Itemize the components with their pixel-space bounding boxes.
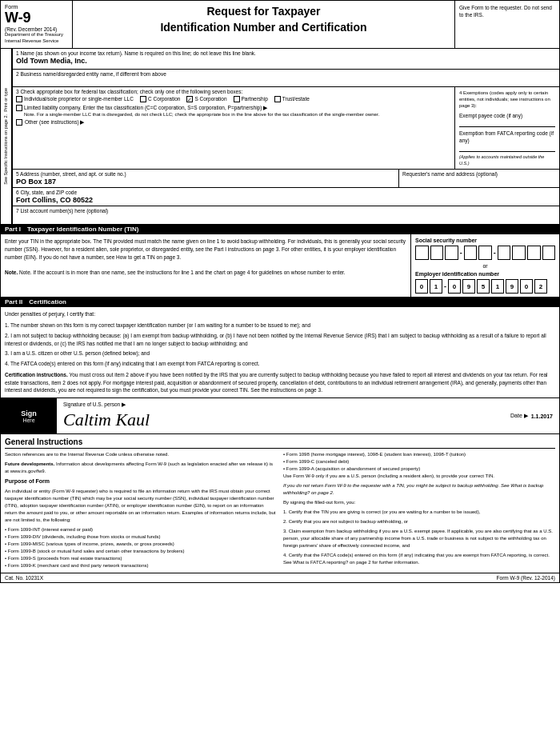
llc-checkbox-item[interactable]: Limited liability company. Enter the tax…	[16, 105, 451, 111]
part2-content: Under penalties of perjury, I certify th…	[1, 307, 559, 397]
by-signing-item-2: 2. Certify that you are not subject to b…	[283, 518, 555, 525]
ssn-box-7[interactable]	[512, 246, 526, 260]
line7-field: 7 List account number(s) here (optional)	[13, 206, 559, 224]
llc-checkbox[interactable]	[16, 105, 22, 111]
line2-label: 2 Business name/disregarded entity name,…	[16, 71, 556, 77]
ein-dash: -	[444, 282, 446, 290]
part1-description: Enter your TIN in the appropriate box. T…	[1, 234, 411, 297]
line1-label: 1 Name (as shown on your income tax retu…	[16, 50, 556, 56]
ein-box-8[interactable]: 0	[520, 279, 533, 294]
fatca-label: Exemption from FATCA reporting code (if …	[459, 130, 555, 144]
other-checkbox[interactable]	[16, 119, 22, 126]
ein-box-5[interactable]: 5	[477, 279, 490, 294]
perjury-intro: Under penalties of perjury, I certify th…	[5, 310, 555, 318]
general-columns: Section references are to the Internal R…	[5, 451, 555, 569]
c-corp-checkbox[interactable]	[140, 96, 146, 102]
ein-box-7[interactable]: 9	[506, 279, 518, 294]
llc-row: Limited liability company. Enter the tax…	[16, 104, 451, 118]
dept1: Department of the Treasury	[5, 32, 68, 38]
ssn-dash-2: -	[494, 249, 496, 257]
checkbox-individual[interactable]: Individual/sole proprietor or single-mem…	[16, 96, 134, 102]
form-list-item: Form 1099-C (canceled debt)	[283, 458, 555, 465]
form-list-right: Form 1098 (home mortgage interest), 1098…	[283, 451, 555, 473]
line6-value[interactable]: Fort Collins, CO 80522	[16, 196, 556, 204]
checkbox-trust[interactable]: Trust/estate	[274, 96, 310, 102]
line1-field: 1 Name (as shown on your income tax retu…	[13, 49, 559, 70]
cat-no: Cat. No. 10231X	[5, 575, 43, 581]
fatca-note: (Applies to accounts maintained outside …	[459, 154, 555, 166]
cert-item-4: 4. The FATCA code(s) entered on this for…	[5, 360, 555, 368]
exemptions-box: 4 Exemptions (codes apply only to certai…	[455, 87, 559, 170]
form-label: Form	[5, 4, 68, 10]
form-list-item: Form 1099-INT (interest earned or paid)	[5, 526, 277, 533]
ssn-box-8[interactable]	[527, 246, 541, 260]
individual-checkbox[interactable]	[16, 96, 22, 102]
line1-value[interactable]: Old Town Media, Inc.	[16, 57, 556, 65]
checkbox-partnership[interactable]: Partnership	[234, 96, 268, 102]
ssn-box-3[interactable]	[445, 246, 458, 260]
trust-checkbox[interactable]	[274, 96, 281, 102]
date-value[interactable]: 1.1.2017	[531, 413, 553, 419]
part2-label: Part II	[5, 298, 22, 306]
ssn-box-5[interactable]	[478, 246, 492, 260]
part1-desc-text: Enter your TIN in the appropriate box. T…	[5, 238, 406, 261]
cert-instructions-label: Certification instructions.	[5, 372, 68, 377]
ein-box-2[interactable]: 1	[430, 279, 442, 294]
line4-label: 4 Exemptions (codes apply only to certai…	[459, 90, 555, 110]
exempt-payee-label: Exempt payee code (if any)	[459, 112, 555, 119]
ssn-box-6[interactable]	[498, 246, 511, 260]
ein-box-3[interactable]: 0	[448, 279, 461, 294]
signature-label: Signature of U.S. person ▶	[63, 401, 502, 408]
form-list-left: Form 1099-INT (interest earned or paid) …	[5, 526, 277, 569]
part1-note-text: Note. Note. If the account is in more th…	[5, 269, 406, 277]
checkbox-row: Individual/sole proprietor or single-mem…	[16, 96, 451, 102]
by-signing-text: By signing the filled-out form, you:	[283, 499, 555, 506]
fatca-field[interactable]	[459, 144, 555, 152]
ssn-boxes[interactable]: - -	[415, 246, 555, 260]
llc-label: Limited liability company. Enter the tax…	[24, 105, 267, 111]
form-list-item: Form 1099-A (acquisition or abandonment …	[283, 465, 555, 473]
s-corp-label: S Corporation	[194, 96, 226, 102]
gen-col-right: Form 1098 (home mortgage interest), 1098…	[283, 451, 555, 569]
signature-value[interactable]: Caltim Kaul	[63, 409, 502, 430]
line7-label: 7 List account number(s) here (optional)	[16, 208, 556, 214]
ein-box-6[interactable]: 1	[491, 279, 504, 294]
checkbox-s-corp[interactable]: S Corporation	[186, 96, 226, 102]
ein-box-4[interactable]: 9	[462, 279, 475, 294]
ein-box-9[interactable]: 2	[534, 279, 547, 294]
form-id-section: Form W-9 (Rev. December 2014) Department…	[1, 1, 73, 48]
exempt-payee-field[interactable]	[459, 119, 555, 127]
ein-boxes[interactable]: 0 1 - 0 9 5 1 9 0 2	[415, 279, 555, 294]
partnership-checkbox[interactable]	[234, 96, 240, 102]
line3-label: 3 Check appropriate box for federal tax …	[16, 89, 451, 94]
date-label: Date ▶	[510, 413, 528, 419]
date-area: Date ▶ 1.1.2017	[510, 413, 553, 419]
cert-item-3: 3. I am a U.S. citizen or other U.S. per…	[5, 350, 555, 358]
title-line2: Identification Number and Certification	[78, 20, 450, 36]
gen-intro: Section references are to the Internal R…	[5, 451, 277, 458]
ssn-box-1[interactable]	[415, 246, 429, 260]
form-list-item: Form 1099-MISC (various types of income,…	[5, 541, 277, 548]
ein-box-1[interactable]: 0	[415, 279, 428, 294]
see-instructions-label: See Specific Instructions on page 2.	[3, 114, 9, 185]
form-header: Form W-9 (Rev. December 2014) Department…	[1, 1, 559, 49]
by-signing-item-4: 4. Certify that the FATCA code(s) entere…	[283, 552, 555, 566]
line5-value[interactable]: PO Box 187	[16, 178, 395, 186]
ssn-box-2[interactable]	[430, 246, 444, 260]
trust-label: Trust/estate	[282, 96, 310, 102]
form-name: W-9	[5, 10, 68, 26]
ssn-box-9[interactable]	[542, 246, 556, 260]
llc-note: Note. For a single-member LLC that is di…	[16, 112, 451, 117]
give-form-notice: Give Form to the requester. Do not send …	[455, 1, 559, 48]
part2-header: Part II Certification	[1, 297, 559, 307]
cert-instructions-text: You must cross out item 2 above if you h…	[5, 372, 548, 393]
form-list-item: Form 1099-B (stock or mutual fund sales …	[5, 548, 277, 555]
use-w9-text: Use Form W-9 only if you are a U.S. pers…	[283, 473, 555, 480]
line3-exemptions-row: 3 Check appropriate box for federal tax …	[13, 87, 559, 170]
checkbox-c-corp[interactable]: C Corporation	[140, 96, 180, 102]
address-row: 5 Address (number, street, and apt. or s…	[13, 170, 559, 188]
s-corp-checkbox[interactable]	[186, 96, 193, 102]
sign-label: Sign	[21, 409, 37, 417]
part2-title: Certification	[29, 298, 66, 306]
ssn-box-4[interactable]	[464, 246, 478, 260]
